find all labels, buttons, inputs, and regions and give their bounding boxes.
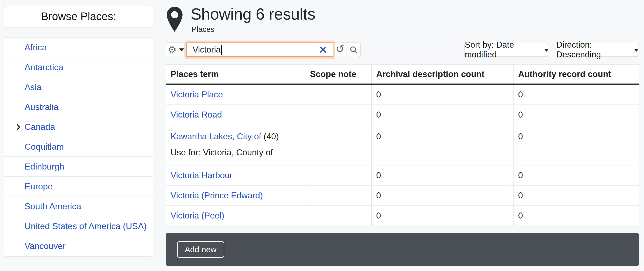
sidebar-item-asia[interactable]: Asia <box>4 77 153 97</box>
page-title: Showing 6 results <box>191 5 315 23</box>
sidebar-item-edinburgh[interactable]: Edinburgh <box>4 157 153 177</box>
place-term-suffix: (40) <box>261 131 279 141</box>
gear-icon: ⚙︎ <box>168 45 177 55</box>
clear-search-button[interactable] <box>318 45 328 54</box>
sort-by-dropdown[interactable]: Sort by: Date modified <box>464 43 549 57</box>
sort-by-label: Sort by: Date modified <box>465 40 540 60</box>
place-term-link[interactable]: Victoria Place <box>171 90 223 99</box>
search-input-value: Victoria <box>193 45 221 55</box>
table-row: Kawartha Lakes, City of (40) Use for: Vi… <box>166 125 639 165</box>
sidebar-link[interactable]: Europe <box>25 181 53 192</box>
archival-count-cell: 0 <box>372 104 514 125</box>
search-input[interactable]: Victoria <box>186 42 333 57</box>
table-header-row: Places term Scope note Archival descript… <box>166 65 639 84</box>
chevron-down-icon <box>634 49 639 52</box>
sidebar-link[interactable]: Asia <box>25 82 41 92</box>
sidebar-link[interactable]: Africa <box>25 42 47 53</box>
sidebar-item-europe[interactable]: Europe <box>4 177 153 196</box>
sidebar-link[interactable]: Vancouver <box>25 241 66 251</box>
direction-label: Direction: Descending <box>556 40 630 60</box>
browse-places-heading-label: Browse Places: <box>41 10 116 23</box>
sidebar-link[interactable]: Edinburgh <box>25 162 64 172</box>
sidebar-item-vancouver[interactable]: Vancouver <box>4 236 153 256</box>
scope-note-cell <box>305 84 372 105</box>
column-header-places-term: Places term <box>166 65 305 84</box>
use-for-note: Use for: Victoria, County of <box>171 147 301 158</box>
sidebar-link[interactable]: Antarctica <box>25 62 63 72</box>
authority-count-cell: 0 <box>514 104 639 125</box>
archival-count-cell: 0 <box>372 205 514 226</box>
table-row: Victoria (Prince Edward) 0 0 <box>166 185 639 205</box>
archival-count-cell: 0 <box>372 84 514 105</box>
search-options-button[interactable]: ⚙︎ <box>166 42 186 57</box>
scope-note-cell <box>305 185 372 205</box>
sidebar-item-australia[interactable]: Australia <box>4 97 153 117</box>
column-header-authority-count: Authority record count <box>514 65 639 84</box>
place-term-link[interactable]: Victoria (Prince Edward) <box>171 190 263 200</box>
archival-count-cell: 0 <box>372 185 514 205</box>
scope-note-cell <box>305 165 372 185</box>
map-pin-icon <box>167 7 183 33</box>
table-row: Victoria (Peel) 0 0 <box>166 205 639 226</box>
place-term-link[interactable]: Victoria Harbour <box>171 170 232 180</box>
table-row: Victoria Road 0 0 <box>166 104 639 125</box>
reset-search-button[interactable]: ↺ <box>333 42 347 57</box>
authority-count-cell: 0 <box>514 125 639 165</box>
place-term-link[interactable]: Kawartha Lakes, City of <box>171 131 261 141</box>
search-bar: ⚙︎ Victoria ↺ <box>166 42 361 57</box>
authority-count-cell: 0 <box>514 185 639 205</box>
sidebar-item-coquitlam[interactable]: Coquitlam <box>4 137 153 157</box>
direction-dropdown[interactable]: Direction: Descending <box>556 43 639 57</box>
sidebar-link[interactable]: South America <box>25 201 81 211</box>
action-footer: Add new <box>166 233 639 266</box>
archival-count-cell: 0 <box>372 125 514 165</box>
sidebar-link[interactable]: Australia <box>25 102 59 112</box>
column-header-archival-count: Archival description count <box>372 65 514 84</box>
authority-count-cell: 0 <box>514 205 639 226</box>
sidebar-item-usa[interactable]: United States of America (USA) <box>4 216 153 236</box>
chevron-down-icon <box>544 49 549 52</box>
sidebar-item-canada[interactable]: Canada <box>4 117 153 137</box>
sidebar-item-antarctica[interactable]: Antarctica <box>4 57 153 77</box>
sidebar-link[interactable]: Canada <box>25 122 55 132</box>
places-results-table: Places term Scope note Archival descript… <box>166 64 639 226</box>
places-sidebar-list: Africa Antarctica Asia Australia Canada … <box>4 37 153 257</box>
sidebar-link[interactable]: Coquitlam <box>25 142 64 152</box>
scope-note-cell <box>305 125 372 165</box>
place-term-link[interactable]: Victoria (Peel) <box>171 211 224 220</box>
add-new-button[interactable]: Add new <box>177 241 224 258</box>
table-row: Victoria Harbour 0 0 <box>166 165 639 185</box>
place-term-line: Kawartha Lakes, City of (40) <box>171 131 301 141</box>
sidebar-item-africa[interactable]: Africa <box>4 38 153 57</box>
text-cursor <box>221 45 222 55</box>
archival-count-cell: 0 <box>372 165 514 185</box>
scope-note-cell <box>305 104 372 125</box>
browse-places-heading: Browse Places: <box>4 5 153 28</box>
search-submit-button[interactable] <box>347 42 361 57</box>
page-subtitle: Places <box>192 25 214 34</box>
search-icon <box>349 45 358 54</box>
chevron-down-icon <box>179 48 184 51</box>
scope-note-cell <box>305 205 372 226</box>
column-header-scope-note: Scope note <box>305 65 372 84</box>
chevron-right-icon[interactable] <box>14 123 22 131</box>
place-term-link[interactable]: Victoria Road <box>171 110 222 119</box>
sidebar-link[interactable]: United States of America (USA) <box>25 221 147 231</box>
clear-x-icon <box>320 46 327 53</box>
sidebar-item-south-america[interactable]: South America <box>4 196 153 216</box>
authority-count-cell: 0 <box>514 84 639 105</box>
reset-icon: ↺ <box>336 44 344 54</box>
table-row: Victoria Place 0 0 <box>166 84 639 105</box>
authority-count-cell: 0 <box>514 165 639 185</box>
